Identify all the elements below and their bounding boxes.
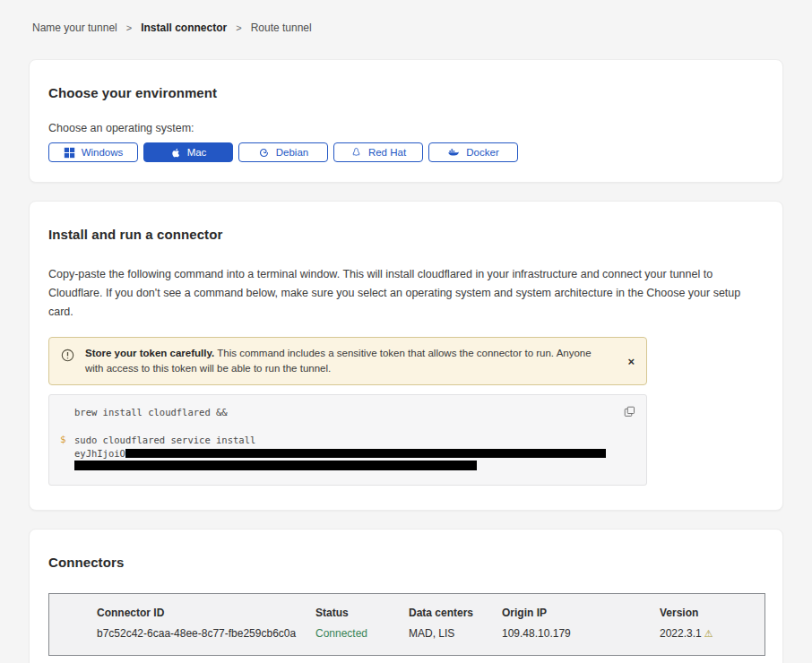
header-data-centers: Data centers (409, 607, 502, 619)
debian-logo-icon (258, 147, 270, 159)
breadcrumb-install-connector[interactable]: Install connector (141, 22, 227, 34)
apple-logo-icon (170, 147, 181, 159)
redacted-token-bar (125, 449, 606, 458)
connector-status-badge: Connected (315, 627, 409, 640)
os-button-label: Mac (187, 147, 207, 158)
install-command-codeblock: $ brew install cloudflared && sudo cloud… (48, 394, 647, 486)
os-select-label: Choose an operating system: (48, 122, 764, 134)
connectors-card: Connectors Connector ID Status Data cent… (29, 529, 783, 663)
copy-icon[interactable] (624, 406, 635, 420)
header-origin-ip: Origin IP (502, 607, 660, 619)
os-button-group: Windows Mac Debian (48, 142, 764, 162)
windows-logo-icon (64, 147, 75, 159)
connector-data-centers-value: MAD, LIS (409, 627, 502, 640)
connectors-table: Connector ID Status Data centers Origin … (48, 593, 765, 656)
os-button-label: Docker (466, 147, 498, 158)
close-icon[interactable]: × (627, 356, 635, 367)
choose-environment-card: Choose your environment Choose an operat… (29, 59, 783, 183)
connector-id-value: b7c52c42-6caa-48ee-8c77-fbe259cb6c0a (97, 627, 315, 640)
os-button-label: Windows (82, 147, 124, 158)
environment-card-title: Choose your environment (48, 85, 764, 100)
install-card-title: Install and run a connector (48, 227, 764, 242)
redacted-token-bar (74, 461, 477, 470)
breadcrumb-separator: > (126, 22, 132, 33)
code-line-sudo: sudo cloudflared service install (74, 434, 610, 446)
code-line-brew: brew install cloudflared && (74, 406, 610, 418)
install-description: Copy-paste the following command into a … (48, 265, 764, 322)
warning-bold-lead: Store your token carefully. (85, 348, 214, 358)
token-prefix: eyJhIjoiO (74, 447, 125, 460)
docker-logo-icon (447, 147, 460, 158)
os-button-label: Debian (276, 147, 308, 158)
breadcrumb-name-your-tunnel[interactable]: Name your tunnel (32, 22, 117, 34)
breadcrumb: Name your tunnel > Install connector > R… (0, 0, 812, 34)
alert-circle-icon (61, 349, 74, 366)
connector-row: b7c52c42-6caa-48ee-8c77-fbe259cb6c0a Con… (97, 627, 764, 640)
connector-version-value: 2022.3.1⚠ (660, 627, 758, 640)
version-warning-triangle-icon: ⚠ (704, 628, 713, 639)
os-button-debian[interactable]: Debian (238, 142, 328, 162)
breadcrumb-route-tunnel[interactable]: Route tunnel (251, 22, 312, 34)
os-button-label: Red Hat (368, 147, 406, 158)
header-version: Version (660, 607, 758, 619)
redhat-logo-icon (350, 147, 362, 159)
connectors-card-title: Connectors (48, 555, 764, 570)
header-connector-id: Connector ID (97, 607, 315, 619)
os-button-redhat[interactable]: Red Hat (333, 142, 423, 162)
terminal-prompt: $ (60, 434, 66, 446)
breadcrumb-separator: > (236, 22, 241, 33)
connector-origin-ip-value: 109.48.10.179 (502, 627, 660, 640)
install-connector-card: Install and run a connector Copy-paste t… (29, 201, 783, 511)
token-warning-banner: Store your token carefully. This command… (48, 337, 647, 385)
header-status: Status (315, 607, 409, 619)
os-button-docker[interactable]: Docker (428, 142, 518, 162)
os-button-mac[interactable]: Mac (143, 142, 233, 162)
os-button-windows[interactable]: Windows (48, 142, 138, 162)
connectors-table-header: Connector ID Status Data centers Origin … (97, 607, 764, 619)
